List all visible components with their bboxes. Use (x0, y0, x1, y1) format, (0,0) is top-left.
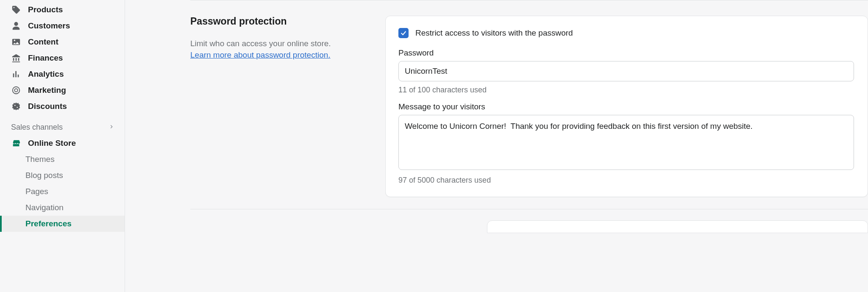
sidebar-sub-item-blog-posts[interactable]: Blog posts (0, 167, 125, 184)
sidebar-sub-item-pages[interactable]: Pages (0, 184, 125, 200)
sidebar-item-label: Customers (28, 21, 70, 31)
sidebar-item-label: Marketing (28, 86, 66, 95)
next-card-stub (487, 220, 868, 233)
section-divider (190, 209, 868, 209)
message-label: Message to your visitors (398, 102, 854, 111)
discount-icon (11, 101, 21, 111)
sidebar-item-label: Products (28, 5, 63, 14)
target-icon (11, 85, 21, 95)
helper-text: Limit who can access your online store. (190, 39, 331, 48)
sidebar-item-online-store[interactable]: Online Store (0, 135, 125, 151)
tag-icon (11, 5, 21, 15)
section-title: Password protection (190, 16, 360, 27)
bank-icon (11, 53, 21, 63)
sidebar-item-marketing[interactable]: Marketing (0, 82, 125, 98)
sidebar-item-content[interactable]: Content (0, 34, 125, 50)
sidebar-item-products[interactable]: Products (0, 2, 125, 18)
restrict-access-checkbox[interactable] (398, 28, 409, 38)
sidebar-sub-item-preferences[interactable]: Preferences (0, 216, 125, 232)
store-icon (11, 138, 21, 148)
sales-channels-header[interactable]: Sales channels (0, 114, 125, 135)
learn-more-link[interactable]: Learn more about password protection. (190, 50, 331, 59)
image-icon (11, 37, 21, 47)
sidebar-item-label: Content (28, 37, 58, 47)
sidebar-item-label: Discounts (28, 102, 67, 111)
sidebar-item-customers[interactable]: Customers (0, 18, 125, 34)
password-label: Password (398, 48, 854, 58)
chevron-right-icon (108, 123, 114, 132)
sidebar-item-discounts[interactable]: Discounts (0, 98, 125, 114)
bar-chart-icon (11, 69, 21, 79)
sidebar-item-label: Online Store (28, 139, 76, 148)
message-textarea[interactable] (398, 115, 854, 170)
sidebar: Products Customers Content Finances Anal (0, 0, 125, 292)
restrict-access-label: Restrict access to visitors with the pas… (415, 28, 573, 38)
checkmark-icon (400, 30, 407, 36)
sidebar-item-label: Finances (28, 53, 63, 63)
password-input[interactable] (398, 61, 854, 81)
section-label: Sales channels (11, 123, 63, 132)
sidebar-item-label: Analytics (28, 70, 64, 79)
sidebar-sub-item-themes[interactable]: Themes (0, 151, 125, 167)
password-protection-card: Restrict access to visitors with the pas… (385, 16, 868, 197)
message-char-count: 97 of 5000 characters used (398, 176, 854, 185)
sidebar-item-finances[interactable]: Finances (0, 50, 125, 66)
sidebar-item-analytics[interactable]: Analytics (0, 66, 125, 82)
person-icon (11, 21, 21, 31)
main-content: Password protection Limit who can access… (125, 0, 868, 292)
password-char-count: 11 of 100 characters used (398, 86, 854, 95)
section-description: Password protection Limit who can access… (190, 16, 360, 197)
sidebar-sub-item-navigation[interactable]: Navigation (0, 200, 125, 216)
